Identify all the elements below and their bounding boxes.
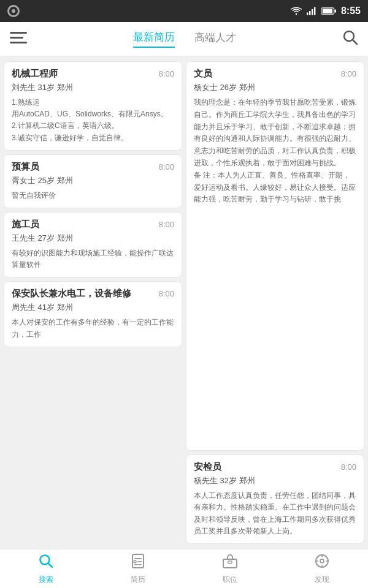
discover-tab-icon [314, 553, 330, 573]
tab-senior-talent[interactable]: 高端人才 [194, 31, 236, 47]
tab-resume-label: 简历 [131, 575, 145, 585]
card-security-title: 保安队长兼水电工，设备维修 [12, 288, 154, 300]
card-clerk-meta: 杨女士 26岁 郑州 [194, 82, 356, 93]
card-worker-desc: 有较好的识图能力和现场施工经验，能操作广联达算量软件 [12, 247, 174, 271]
card-inspector-header: 安检员 8:00 [194, 461, 356, 473]
card-security-header: 保安队长兼水电工，设备维修 8:00 [12, 288, 174, 300]
card-mecheng[interactable]: 机械工程师 8:00 刘先生 31岁 郑州 1.熟练运用AutoCAD、UG、S… [4, 61, 182, 151]
tab-search-label: 搜索 [39, 575, 53, 585]
right-column: 文员 8:00 杨女士 26岁 郑州 我的理念是：在年轻的季节我甘愿吃苦受累，锻… [186, 61, 364, 544]
card-mecheng-title: 机械工程师 [12, 68, 154, 80]
svg-rect-9 [10, 42, 27, 43]
card-inspector-title: 安检员 [194, 461, 336, 473]
svg-rect-18 [134, 564, 142, 565]
card-clerk-header: 文员 8:00 [194, 68, 356, 80]
card-worker-time: 8:00 [159, 220, 174, 229]
card-security-meta: 周先生 41岁 郑州 [12, 302, 174, 313]
card-mecheng-meta: 刘先生 31岁 郑州 [12, 82, 174, 93]
svg-rect-6 [323, 9, 332, 13]
left-column: 机械工程师 8:00 刘先生 31岁 郑州 1.熟练运用AutoCAD、UG、S… [4, 61, 182, 544]
card-budget-time: 8:00 [159, 162, 174, 172]
card-worker-title: 施工员 [12, 219, 154, 230]
svg-rect-8 [10, 37, 23, 39]
status-bar-right: 8:55 [291, 6, 361, 17]
card-budget[interactable]: 预算员 8:00 胥女士 25岁 郑州 暂无自我评价 [4, 154, 182, 208]
card-worker-header: 施工员 8:00 [12, 219, 174, 230]
bottom-bar: 搜索 简历 职位 [0, 549, 368, 588]
card-security-desc: 本人对保安的工作有多年的经验，有一定的工作能力，工作 [12, 317, 174, 340]
search-tab-icon [38, 553, 54, 573]
card-worker[interactable]: 施工员 8:00 王先生 27岁 郑州 有较好的识图能力和现场施工经验，能操作广… [4, 212, 182, 277]
wifi-icon [291, 7, 302, 15]
svg-rect-5 [334, 9, 336, 12]
svg-rect-7 [10, 32, 27, 34]
card-security-time: 8:00 [159, 289, 174, 298]
card-inspector[interactable]: 安检员 8:00 杨先生 32岁 郑州 本人工作态度认真负责，任劳任怨，团结同事… [186, 454, 364, 544]
svg-line-13 [48, 563, 53, 567]
tab-latest-resume[interactable]: 最新简历 [133, 30, 175, 48]
svg-rect-20 [228, 561, 232, 564]
menu-icon[interactable] [10, 31, 27, 48]
battery-icon [321, 7, 336, 15]
resume-tab-icon [130, 553, 146, 573]
svg-rect-15 [134, 558, 142, 559]
card-clerk[interactable]: 文员 8:00 杨女士 26岁 郑州 我的理念是：在年轻的季节我甘愿吃苦受累，锻… [186, 61, 364, 451]
nav-tabs: 最新简历 高端人才 [133, 30, 236, 48]
card-mecheng-time: 8:00 [159, 69, 174, 78]
signal-icon [307, 7, 316, 15]
status-bar-left [7, 5, 20, 17]
card-inspector-time: 8:00 [341, 462, 356, 472]
nav-bar: 最新简历 高端人才 [0, 22, 368, 56]
card-clerk-title: 文员 [194, 68, 336, 80]
status-bar: 8:55 [0, 0, 368, 22]
svg-rect-17 [137, 561, 142, 562]
svg-rect-2 [312, 9, 313, 15]
card-budget-desc: 暂无自我评价 [12, 190, 174, 202]
card-clerk-time: 8:00 [341, 69, 356, 78]
signal-dot-icon [7, 5, 20, 17]
card-mecheng-header: 机械工程师 8:00 [12, 68, 174, 80]
svg-point-22 [320, 559, 324, 563]
tab-jobs-label: 职位 [223, 575, 237, 585]
card-mecheng-desc: 1.熟练运用AutoCAD、UG、Solidworks、有限元Ansys。2.计… [12, 97, 174, 144]
card-budget-header: 预算员 8:00 [12, 161, 174, 173]
tab-discover[interactable]: 发现 [276, 553, 368, 585]
card-inspector-desc: 本人工作态度认真负责，任劳任怨，团结同事，具有亲和力。性格踏实稳重。在工作中遇到… [194, 490, 356, 537]
tab-resume[interactable]: 简历 [92, 553, 184, 585]
svg-rect-0 [307, 12, 308, 15]
svg-rect-3 [314, 7, 315, 15]
content-area: 机械工程师 8:00 刘先生 31岁 郑州 1.熟练运用AutoCAD、UG、S… [0, 56, 368, 549]
card-security[interactable]: 保安队长兼水电工，设备维修 8:00 周先生 41岁 郑州 本人对保安的工作有多… [4, 281, 182, 347]
status-time: 8:55 [341, 6, 361, 17]
card-worker-meta: 王先生 27岁 郑州 [12, 233, 174, 244]
card-clerk-desc: 我的理念是：在年轻的季节我甘愿吃苦受累，锻炼自己。作为商丘工学院大学生，我具备出… [194, 97, 356, 206]
jobs-tab-icon [222, 553, 238, 573]
card-budget-title: 预算员 [12, 161, 154, 173]
card-budget-meta: 胥女士 25岁 郑州 [12, 175, 174, 186]
svg-line-11 [353, 40, 357, 44]
search-icon[interactable] [342, 29, 358, 49]
tab-jobs[interactable]: 职位 [184, 553, 276, 585]
tab-discover-label: 发现 [315, 575, 329, 585]
tab-search[interactable]: 搜索 [0, 553, 92, 585]
svg-rect-1 [309, 11, 310, 15]
svg-point-16 [134, 560, 136, 563]
card-inspector-meta: 杨先生 32岁 郑州 [194, 475, 356, 486]
